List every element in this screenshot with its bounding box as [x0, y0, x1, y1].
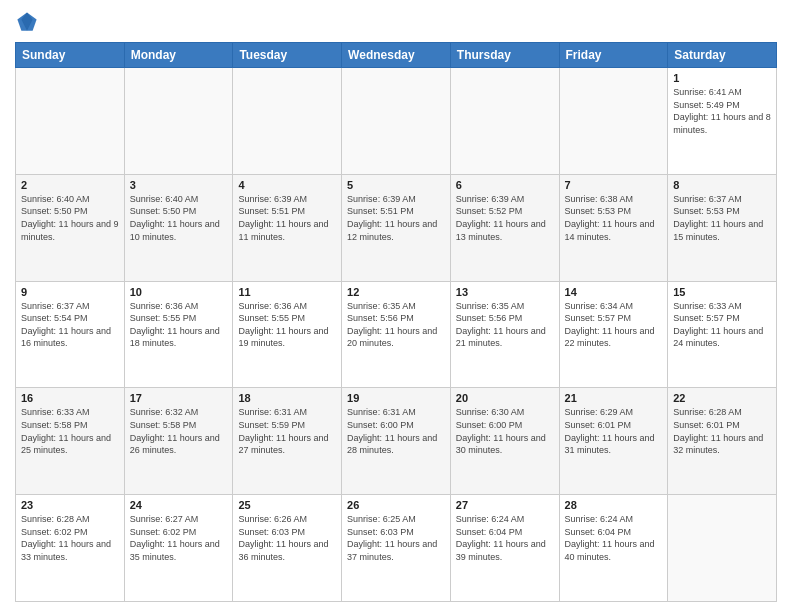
day-number: 6 — [456, 179, 554, 191]
calendar-cell: 24Sunrise: 6:27 AM Sunset: 6:02 PM Dayli… — [124, 495, 233, 602]
day-number: 23 — [21, 499, 119, 511]
day-number: 28 — [565, 499, 663, 511]
day-number: 15 — [673, 286, 771, 298]
calendar-cell: 18Sunrise: 6:31 AM Sunset: 5:59 PM Dayli… — [233, 388, 342, 495]
day-number: 14 — [565, 286, 663, 298]
day-number: 22 — [673, 392, 771, 404]
day-info: Sunrise: 6:38 AM Sunset: 5:53 PM Dayligh… — [565, 193, 663, 243]
day-number: 24 — [130, 499, 228, 511]
calendar-cell: 28Sunrise: 6:24 AM Sunset: 6:04 PM Dayli… — [559, 495, 668, 602]
day-info: Sunrise: 6:31 AM Sunset: 6:00 PM Dayligh… — [347, 406, 445, 456]
day-number: 25 — [238, 499, 336, 511]
calendar-cell: 5Sunrise: 6:39 AM Sunset: 5:51 PM Daylig… — [342, 174, 451, 281]
calendar-cell: 13Sunrise: 6:35 AM Sunset: 5:56 PM Dayli… — [450, 281, 559, 388]
day-number: 17 — [130, 392, 228, 404]
day-number: 1 — [673, 72, 771, 84]
weekday-header-tuesday: Tuesday — [233, 43, 342, 68]
day-info: Sunrise: 6:36 AM Sunset: 5:55 PM Dayligh… — [130, 300, 228, 350]
day-info: Sunrise: 6:40 AM Sunset: 5:50 PM Dayligh… — [21, 193, 119, 243]
day-number: 10 — [130, 286, 228, 298]
day-info: Sunrise: 6:41 AM Sunset: 5:49 PM Dayligh… — [673, 86, 771, 136]
calendar-cell: 6Sunrise: 6:39 AM Sunset: 5:52 PM Daylig… — [450, 174, 559, 281]
day-info: Sunrise: 6:26 AM Sunset: 6:03 PM Dayligh… — [238, 513, 336, 563]
day-info: Sunrise: 6:37 AM Sunset: 5:54 PM Dayligh… — [21, 300, 119, 350]
calendar-cell: 11Sunrise: 6:36 AM Sunset: 5:55 PM Dayli… — [233, 281, 342, 388]
page: SundayMondayTuesdayWednesdayThursdayFrid… — [0, 0, 792, 612]
calendar-cell: 15Sunrise: 6:33 AM Sunset: 5:57 PM Dayli… — [668, 281, 777, 388]
calendar-cell: 2Sunrise: 6:40 AM Sunset: 5:50 PM Daylig… — [16, 174, 125, 281]
calendar-cell: 19Sunrise: 6:31 AM Sunset: 6:00 PM Dayli… — [342, 388, 451, 495]
calendar-cell — [233, 68, 342, 175]
calendar-cell: 8Sunrise: 6:37 AM Sunset: 5:53 PM Daylig… — [668, 174, 777, 281]
logo — [15, 10, 41, 34]
day-number: 18 — [238, 392, 336, 404]
day-info: Sunrise: 6:35 AM Sunset: 5:56 PM Dayligh… — [347, 300, 445, 350]
day-info: Sunrise: 6:35 AM Sunset: 5:56 PM Dayligh… — [456, 300, 554, 350]
calendar-week-row: 16Sunrise: 6:33 AM Sunset: 5:58 PM Dayli… — [16, 388, 777, 495]
calendar-cell: 3Sunrise: 6:40 AM Sunset: 5:50 PM Daylig… — [124, 174, 233, 281]
calendar-cell: 22Sunrise: 6:28 AM Sunset: 6:01 PM Dayli… — [668, 388, 777, 495]
day-info: Sunrise: 6:36 AM Sunset: 5:55 PM Dayligh… — [238, 300, 336, 350]
day-info: Sunrise: 6:34 AM Sunset: 5:57 PM Dayligh… — [565, 300, 663, 350]
calendar-cell — [342, 68, 451, 175]
calendar-cell: 17Sunrise: 6:32 AM Sunset: 5:58 PM Dayli… — [124, 388, 233, 495]
weekday-header-monday: Monday — [124, 43, 233, 68]
day-number: 20 — [456, 392, 554, 404]
day-number: 19 — [347, 392, 445, 404]
day-number: 5 — [347, 179, 445, 191]
calendar-cell: 7Sunrise: 6:38 AM Sunset: 5:53 PM Daylig… — [559, 174, 668, 281]
calendar-cell: 27Sunrise: 6:24 AM Sunset: 6:04 PM Dayli… — [450, 495, 559, 602]
calendar-week-row: 2Sunrise: 6:40 AM Sunset: 5:50 PM Daylig… — [16, 174, 777, 281]
weekday-header-thursday: Thursday — [450, 43, 559, 68]
calendar-cell: 21Sunrise: 6:29 AM Sunset: 6:01 PM Dayli… — [559, 388, 668, 495]
logo-icon — [15, 10, 39, 34]
weekday-header-friday: Friday — [559, 43, 668, 68]
day-info: Sunrise: 6:24 AM Sunset: 6:04 PM Dayligh… — [456, 513, 554, 563]
day-info: Sunrise: 6:25 AM Sunset: 6:03 PM Dayligh… — [347, 513, 445, 563]
calendar-table: SundayMondayTuesdayWednesdayThursdayFrid… — [15, 42, 777, 602]
day-number: 26 — [347, 499, 445, 511]
day-number: 4 — [238, 179, 336, 191]
calendar-week-row: 23Sunrise: 6:28 AM Sunset: 6:02 PM Dayli… — [16, 495, 777, 602]
calendar-cell: 26Sunrise: 6:25 AM Sunset: 6:03 PM Dayli… — [342, 495, 451, 602]
day-info: Sunrise: 6:27 AM Sunset: 6:02 PM Dayligh… — [130, 513, 228, 563]
calendar-cell — [16, 68, 125, 175]
calendar-cell: 16Sunrise: 6:33 AM Sunset: 5:58 PM Dayli… — [16, 388, 125, 495]
day-number: 12 — [347, 286, 445, 298]
calendar-cell: 4Sunrise: 6:39 AM Sunset: 5:51 PM Daylig… — [233, 174, 342, 281]
calendar-cell — [450, 68, 559, 175]
day-number: 2 — [21, 179, 119, 191]
day-info: Sunrise: 6:33 AM Sunset: 5:58 PM Dayligh… — [21, 406, 119, 456]
day-number: 9 — [21, 286, 119, 298]
day-info: Sunrise: 6:33 AM Sunset: 5:57 PM Dayligh… — [673, 300, 771, 350]
day-info: Sunrise: 6:30 AM Sunset: 6:00 PM Dayligh… — [456, 406, 554, 456]
day-number: 8 — [673, 179, 771, 191]
day-number: 3 — [130, 179, 228, 191]
calendar-cell: 23Sunrise: 6:28 AM Sunset: 6:02 PM Dayli… — [16, 495, 125, 602]
day-info: Sunrise: 6:28 AM Sunset: 6:01 PM Dayligh… — [673, 406, 771, 456]
day-info: Sunrise: 6:39 AM Sunset: 5:51 PM Dayligh… — [347, 193, 445, 243]
day-info: Sunrise: 6:28 AM Sunset: 6:02 PM Dayligh… — [21, 513, 119, 563]
day-number: 21 — [565, 392, 663, 404]
weekday-header-row: SundayMondayTuesdayWednesdayThursdayFrid… — [16, 43, 777, 68]
day-number: 16 — [21, 392, 119, 404]
day-info: Sunrise: 6:37 AM Sunset: 5:53 PM Dayligh… — [673, 193, 771, 243]
day-number: 7 — [565, 179, 663, 191]
calendar-week-row: 1Sunrise: 6:41 AM Sunset: 5:49 PM Daylig… — [16, 68, 777, 175]
calendar-cell: 14Sunrise: 6:34 AM Sunset: 5:57 PM Dayli… — [559, 281, 668, 388]
calendar-cell: 12Sunrise: 6:35 AM Sunset: 5:56 PM Dayli… — [342, 281, 451, 388]
day-info: Sunrise: 6:29 AM Sunset: 6:01 PM Dayligh… — [565, 406, 663, 456]
day-info: Sunrise: 6:40 AM Sunset: 5:50 PM Dayligh… — [130, 193, 228, 243]
day-number: 13 — [456, 286, 554, 298]
day-info: Sunrise: 6:31 AM Sunset: 5:59 PM Dayligh… — [238, 406, 336, 456]
weekday-header-wednesday: Wednesday — [342, 43, 451, 68]
day-info: Sunrise: 6:39 AM Sunset: 5:52 PM Dayligh… — [456, 193, 554, 243]
weekday-header-sunday: Sunday — [16, 43, 125, 68]
calendar-cell — [668, 495, 777, 602]
day-info: Sunrise: 6:24 AM Sunset: 6:04 PM Dayligh… — [565, 513, 663, 563]
calendar-cell — [559, 68, 668, 175]
calendar-cell: 9Sunrise: 6:37 AM Sunset: 5:54 PM Daylig… — [16, 281, 125, 388]
weekday-header-saturday: Saturday — [668, 43, 777, 68]
header — [15, 10, 777, 34]
day-number: 11 — [238, 286, 336, 298]
